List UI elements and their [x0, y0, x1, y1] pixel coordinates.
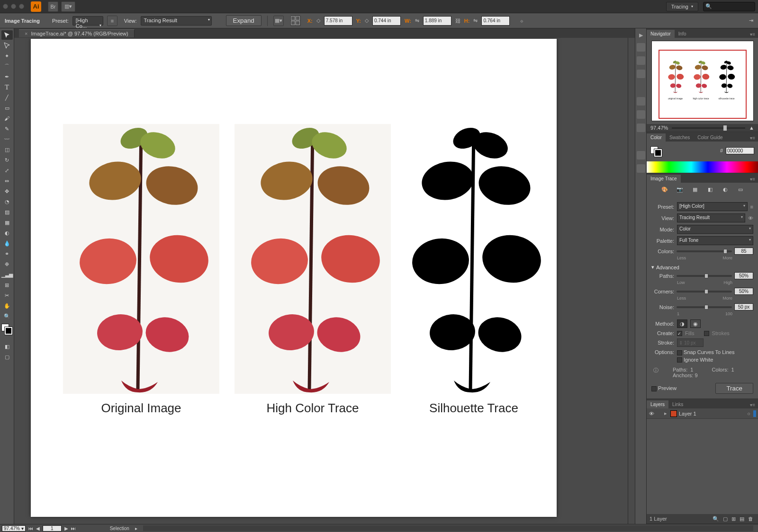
document-tab[interactable]: × ImageTrace.ai* @ 97.47% (RGB/Preview) — [19, 29, 135, 37]
shear-icon[interactable]: ⟐ — [520, 18, 523, 24]
bw-icon[interactable]: ◐ — [721, 186, 730, 193]
chevron-right-icon[interactable]: ▸ — [663, 410, 668, 417]
prev-artboard-icon[interactable]: ◀ — [36, 526, 40, 531]
bridge-icon[interactable]: Br — [48, 1, 58, 12]
dock-icon[interactable] — [637, 97, 645, 106]
line-tool[interactable]: ╱ — [1, 93, 13, 102]
snap-checkbox[interactable] — [677, 350, 682, 355]
scale-tool[interactable]: ⤢ — [1, 166, 13, 175]
expand-button[interactable]: Expand — [226, 15, 262, 26]
locate-icon[interactable]: 🔍 — [713, 516, 719, 522]
panel-menu-icon[interactable]: ▾≡ — [747, 134, 758, 142]
preset-menu-icon[interactable]: ≡ — [750, 204, 753, 210]
tab-image-trace[interactable]: Image Trace — [647, 175, 681, 183]
free-transform-tool[interactable]: ✥ — [1, 186, 13, 196]
make-clip-icon[interactable]: ▢ — [723, 516, 728, 522]
high-color-icon[interactable]: 📷 — [675, 186, 685, 193]
dock-icon[interactable] — [637, 124, 645, 132]
next-artboard-icon[interactable]: ▶ — [64, 526, 68, 531]
link-icon[interactable]: ⇋ — [415, 18, 419, 24]
corners-slider[interactable] — [677, 291, 732, 293]
artboard-number[interactable]: 1 — [43, 525, 62, 532]
constrain-icon[interactable]: ⛓ — [455, 18, 460, 24]
mask-icon[interactable]: ▦▾ — [273, 16, 284, 26]
lasso-tool[interactable]: ⌒ — [1, 62, 13, 71]
rectangle-tool[interactable]: ▭ — [1, 103, 13, 113]
workspace-switcher[interactable]: Tracing ▾ — [666, 2, 698, 11]
delete-icon[interactable]: 🗑 — [748, 516, 753, 522]
selection-tool[interactable] — [1, 30, 13, 40]
ignore-white-checkbox[interactable] — [677, 357, 682, 363]
w-input[interactable] — [423, 16, 451, 26]
corners-value[interactable]: 50% — [734, 288, 753, 295]
shape-builder-tool[interactable]: ◔ — [1, 197, 13, 206]
view-select[interactable]: Tracing Result▾ — [141, 16, 212, 26]
align-icon[interactable] — [290, 16, 301, 26]
target-icon[interactable]: ○ — [747, 411, 750, 417]
eraser-tool[interactable]: ◫ — [1, 145, 13, 154]
new-layer-icon[interactable]: ▤ — [740, 516, 744, 522]
dock-icon[interactable] — [637, 70, 645, 78]
zoom-mountain-icon[interactable]: ▲ — [749, 125, 754, 131]
low-color-icon[interactable]: ▦ — [690, 186, 700, 193]
tab-color-guide[interactable]: Color Guide — [694, 133, 726, 142]
pen-tool[interactable]: ✒ — [1, 72, 13, 81]
colors-value[interactable]: 85 — [734, 248, 753, 255]
magic-wand-tool[interactable]: ✦ — [1, 51, 13, 61]
draw-mode-icon[interactable]: ◧ — [1, 342, 13, 351]
graph-tool[interactable]: ▁▃▅ — [1, 270, 13, 279]
noise-slider[interactable] — [677, 306, 732, 308]
dock-icon[interactable] — [637, 43, 645, 52]
last-artboard-icon[interactable]: ⏭ — [71, 526, 76, 531]
paths-slider[interactable] — [677, 275, 732, 277]
method-overlapping[interactable]: ◉ — [690, 319, 701, 328]
noise-value[interactable]: 50 px — [734, 303, 753, 310]
panel-menu-icon[interactable]: ▾≡ — [747, 401, 758, 408]
trace-palette-select[interactable]: Full Tone — [677, 236, 753, 245]
close-icon[interactable]: × — [25, 31, 27, 36]
paths-value[interactable]: 50% — [734, 272, 753, 279]
dock-icon[interactable] — [637, 164, 645, 173]
tab-navigator[interactable]: Navigator — [647, 30, 675, 38]
x-input[interactable] — [324, 16, 352, 26]
rotate-tool[interactable]: ↻ — [1, 155, 13, 165]
h-input[interactable] — [481, 16, 510, 26]
mesh-tool[interactable]: ▦ — [1, 218, 13, 227]
grayscale-icon[interactable]: ◧ — [705, 186, 715, 193]
first-artboard-icon[interactable]: ⏮ — [28, 526, 33, 531]
hand-tool[interactable]: ✋ — [1, 301, 13, 310]
anchor-icon[interactable]: ◇ — [365, 18, 369, 24]
preset-select[interactable]: [High Co... ▾ — [72, 16, 103, 26]
new-sublayer-icon[interactable]: ⊞ — [731, 516, 736, 522]
perspective-tool[interactable]: ▨ — [1, 207, 13, 217]
paintbrush-tool[interactable]: 🖌 — [1, 114, 13, 123]
hex-input[interactable] — [726, 147, 754, 154]
gradient-tool[interactable]: ◐ — [1, 228, 13, 238]
trace-mode-select[interactable]: Color — [677, 225, 753, 234]
panel-menu-icon[interactable]: ⇥ — [749, 18, 753, 24]
blob-brush-tool[interactable]: 〰 — [1, 134, 13, 144]
trace-button[interactable]: Trace — [715, 383, 753, 394]
tab-links[interactable]: Links — [668, 400, 687, 408]
dock-icon[interactable] — [637, 110, 645, 119]
slice-tool[interactable]: ✂ — [1, 291, 13, 300]
visibility-icon[interactable]: 👁 — [647, 411, 656, 417]
pencil-tool[interactable]: ✎ — [1, 124, 13, 133]
eyedropper-tool[interactable]: 💧 — [1, 239, 13, 248]
eye-icon[interactable]: 👁 — [748, 215, 753, 221]
tab-swatches[interactable]: Swatches — [666, 133, 694, 142]
navigator-thumbnail[interactable]: original image high color trace silhouet… — [651, 41, 754, 121]
horizontal-scrollbar[interactable] — [143, 525, 753, 531]
tab-layers[interactable]: Layers — [647, 400, 668, 408]
width-tool[interactable]: ⇔ — [1, 176, 13, 186]
anchor-icon[interactable]: ◇ — [316, 18, 320, 24]
panel-menu-icon[interactable]: ▾≡ — [747, 31, 758, 38]
artboard-tool[interactable]: ⊞ — [1, 280, 13, 290]
type-tool[interactable]: T — [1, 82, 13, 92]
canvas[interactable]: Original Image High Color Trace Silhouet… — [14, 38, 635, 524]
dock-icon[interactable] — [637, 56, 645, 65]
panel-menu-icon[interactable]: ▾≡ — [747, 176, 758, 183]
screen-mode-icon[interactable]: ▢ — [1, 352, 13, 362]
preview-checkbox[interactable] — [651, 386, 657, 391]
trace-preset-select[interactable]: [High Color] — [677, 202, 748, 211]
